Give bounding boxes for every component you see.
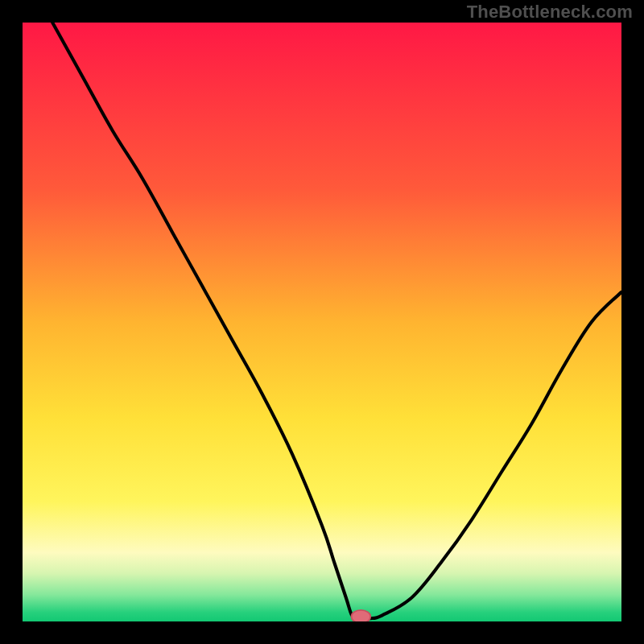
watermark-label: TheBottleneck.com <box>467 2 633 23</box>
chart-frame: TheBottleneck.com <box>0 0 644 644</box>
bottleneck-plot <box>23 23 621 621</box>
gradient-background <box>23 23 621 621</box>
optimal-point-marker <box>351 610 370 621</box>
